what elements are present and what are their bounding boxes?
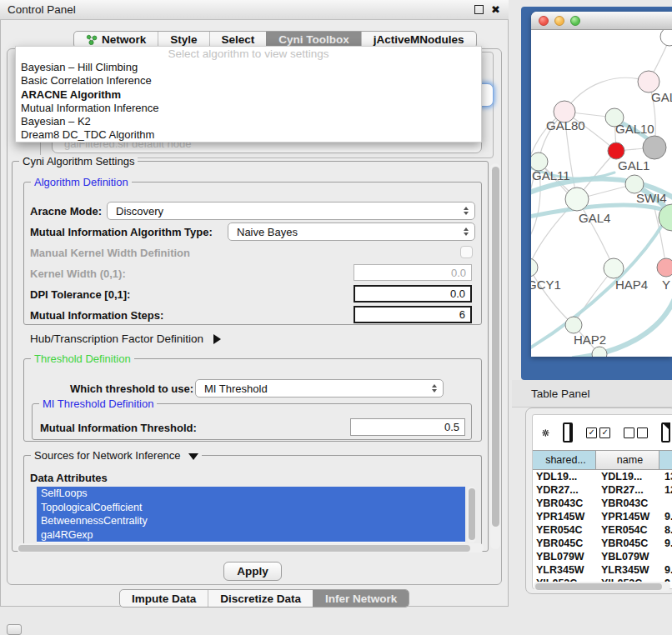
data-attribute-option[interactable]: TopologicalCoefficient bbox=[37, 501, 465, 515]
column-header-name[interactable]: name bbox=[596, 451, 659, 469]
algorithm-option[interactable]: Mutual Information Inference bbox=[16, 102, 481, 115]
table-row[interactable]: YER054CYER054C8. bbox=[533, 523, 672, 537]
hub-definition-label: Hub/Transcription Factor Definition bbox=[30, 332, 203, 345]
table-cell: YLR345W bbox=[596, 564, 659, 576]
table-cell: YDR27... bbox=[596, 484, 659, 496]
column-header-partial[interactable] bbox=[659, 451, 672, 469]
network-node[interactable] bbox=[608, 142, 624, 159]
table-cell: 12 bbox=[659, 484, 672, 496]
table-cell: YBL079W bbox=[533, 551, 596, 562]
network-node[interactable] bbox=[531, 258, 538, 277]
mi-algorithm-type-combobox[interactable]: Naive Bayes bbox=[228, 222, 475, 241]
table-panel-title: Table Panel bbox=[512, 388, 590, 400]
table-hscrollbar-thumb[interactable] bbox=[535, 583, 662, 590]
network-node-label: Y bbox=[662, 278, 670, 292]
tab-impute-data[interactable]: Impute Data bbox=[120, 590, 208, 607]
table-cell: YBR043C bbox=[533, 498, 596, 509]
minimized-panel-icon[interactable] bbox=[7, 624, 22, 635]
which-threshold-label: Which threshold to use: bbox=[70, 382, 193, 395]
aracne-mode-label: Aracne Mode: bbox=[30, 205, 102, 218]
algorithm-option[interactable]: Bayesian – Hill Climbing bbox=[16, 61, 481, 74]
minimize-traffic-light-icon[interactable] bbox=[554, 16, 564, 26]
select-all-icon[interactable]: ✓✓ bbox=[586, 428, 610, 438]
tab-infer-network[interactable]: Infer Network bbox=[313, 590, 409, 607]
aracne-mode-combobox[interactable]: Discovery bbox=[107, 202, 475, 220]
apply-button[interactable]: Apply bbox=[223, 562, 282, 581]
table-row[interactable]: YDR27...YDR27...12 bbox=[533, 483, 672, 497]
mi-threshold-label: Mutual Information Threshold: bbox=[40, 422, 197, 434]
table-row[interactable]: YBR043CYBR043C bbox=[533, 497, 672, 510]
column-header-shared-name[interactable]: shared... bbox=[533, 451, 596, 469]
network-node[interactable] bbox=[660, 30, 672, 46]
network-window-titlebar[interactable] bbox=[531, 12, 672, 30]
settings-group-title: Cyni Algorithm Settings bbox=[19, 155, 138, 168]
network-node[interactable] bbox=[604, 258, 624, 278]
mi-threshold-input[interactable] bbox=[350, 418, 465, 436]
mi-steps-input[interactable] bbox=[354, 306, 472, 323]
table-cell: 9. bbox=[659, 511, 672, 522]
hub-definition-expander[interactable]: Hub/Transcription Factor Definition bbox=[30, 332, 221, 345]
table-row[interactable]: YPR145WYPR145W9. bbox=[533, 510, 672, 523]
document-icon[interactable] bbox=[661, 422, 670, 442]
data-attribute-option[interactable]: BetweennessCentrality bbox=[37, 514, 465, 528]
dpi-tolerance-input[interactable] bbox=[354, 285, 472, 302]
data-attribute-option[interactable]: SelfLoops bbox=[37, 487, 465, 501]
table-row[interactable]: YLR345WYLR345W9. bbox=[533, 563, 672, 577]
expander-arrow-right-icon bbox=[213, 334, 221, 344]
combobox-arrows-icon bbox=[432, 384, 437, 392]
kernel-width-label: Kernel Width (0,1): bbox=[30, 268, 126, 280]
kernel-width-input[interactable] bbox=[354, 264, 472, 281]
table-cell: YBR043C bbox=[596, 498, 659, 509]
table-row[interactable]: YBL079WYBL079W bbox=[533, 550, 672, 563]
table-body: YDL19...YDL19...13YDR27...YDR27...12YBR0… bbox=[533, 470, 672, 582]
split-columns-icon[interactable] bbox=[563, 422, 573, 442]
data-attributes-list[interactable]: SelfLoopsTopologicalCoefficientBetweenne… bbox=[37, 487, 465, 542]
settings-scrollbar-thumb[interactable] bbox=[492, 167, 499, 527]
algorithm-option[interactable]: ARACNE Algorithm bbox=[16, 88, 481, 102]
algorithm-option[interactable]: Basic Correlation Inference bbox=[16, 74, 481, 88]
sources-group-title[interactable]: Sources for Network Inference bbox=[31, 449, 202, 462]
algorithm-dropdown-placeholder: Select algorithm to view settings bbox=[16, 47, 481, 61]
table-cell: 9. bbox=[659, 538, 672, 549]
network-node[interactable] bbox=[643, 136, 666, 159]
settings-horizontal-scrollbar[interactable] bbox=[17, 543, 484, 552]
which-threshold-value: MI Threshold bbox=[204, 382, 268, 395]
attributes-scrollbar-thumb[interactable] bbox=[469, 488, 475, 540]
close-icon[interactable]: ✖ bbox=[491, 4, 500, 15]
table-row[interactable]: YDL19...YDL19...13 bbox=[533, 470, 672, 483]
table-cell: YBL079W bbox=[596, 551, 659, 562]
manual-kernel-width-checkbox[interactable] bbox=[460, 246, 473, 258]
table-cell: YER054C bbox=[596, 524, 659, 536]
control-panel-title: Control Panel bbox=[0, 3, 76, 16]
close-traffic-light-icon[interactable] bbox=[539, 16, 549, 26]
algorithm-option[interactable]: Dream8 DC_TDC Algorithm bbox=[16, 128, 481, 142]
float-window-icon[interactable] bbox=[474, 5, 484, 14]
table-horizontal-scrollbar[interactable] bbox=[534, 582, 670, 591]
table-cell: YBR045C bbox=[533, 538, 596, 549]
settings-vertical-scrollbar[interactable] bbox=[490, 163, 500, 549]
table-row[interactable]: YBR045CYBR045C9. bbox=[533, 537, 672, 550]
network-node[interactable] bbox=[657, 258, 672, 277]
network-node-label: GAL4 bbox=[579, 211, 610, 225]
deselect-all-icon[interactable] bbox=[624, 428, 648, 438]
data-attribute-option[interactable]: gal4RGexp bbox=[37, 528, 465, 542]
gear-icon[interactable] bbox=[542, 425, 549, 441]
network-canvas[interactable]: GALGAL80GAL10GAL1GAL11SWI4GAL4GCY1HAP4YH… bbox=[531, 30, 672, 357]
attributes-list-scrollbar[interactable] bbox=[467, 487, 476, 542]
settings-hscrollbar-thumb[interactable] bbox=[18, 545, 470, 552]
network-node[interactable] bbox=[565, 188, 589, 211]
network-node[interactable] bbox=[565, 317, 582, 333]
data-attributes-label: Data Attributes bbox=[30, 472, 108, 484]
network-node-label: HAP4 bbox=[615, 278, 648, 292]
network-node-label: GAL10 bbox=[615, 122, 654, 136]
network-node-label: SWI4 bbox=[636, 191, 667, 205]
algorithm-dropdown-list: Select algorithm to view settings Bayesi… bbox=[15, 46, 482, 142]
expander-arrow-down-icon bbox=[188, 453, 198, 460]
which-threshold-combobox[interactable]: MI Threshold bbox=[195, 379, 444, 398]
mi-steps-label: Mutual Information Steps: bbox=[30, 309, 163, 322]
table-panel-titlebar: Table Panel bbox=[512, 380, 672, 408]
dpi-tolerance-label: DPI Tolerance [0,1]: bbox=[30, 288, 130, 301]
tab-discretize-data[interactable]: Discretize Data bbox=[208, 590, 313, 607]
zoom-traffic-light-icon[interactable] bbox=[570, 16, 580, 26]
algorithm-option[interactable]: Bayesian – K2 bbox=[16, 115, 481, 128]
